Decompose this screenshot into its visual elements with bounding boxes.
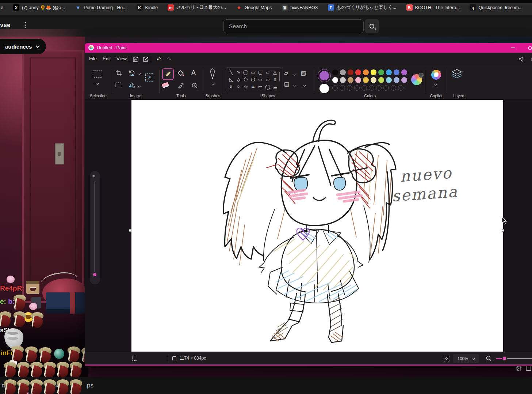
brushes-button[interactable]	[208, 68, 217, 79]
eraser-tool[interactable]	[162, 83, 169, 87]
fit-to-screen-icon[interactable]	[444, 356, 449, 363]
shape-diamond[interactable]: ◇	[235, 76, 242, 83]
account-icon[interactable]	[529, 56, 532, 63]
slider-handle[interactable]	[92, 272, 97, 277]
color-swatch[interactable]	[378, 77, 384, 83]
shape-hexagon[interactable]: ⬡	[249, 76, 257, 83]
color-swatch[interactable]	[401, 77, 407, 83]
shape-star-5[interactable]: ☆	[242, 83, 249, 90]
bookmark-label-fragment[interactable]: e	[1, 5, 3, 10]
color-swatch-empty[interactable]	[332, 85, 338, 91]
shape-pentagon[interactable]: ⬠	[242, 76, 249, 83]
shape-outline-button[interactable]: ▱	[284, 70, 288, 76]
chevron-down-icon[interactable]	[292, 72, 296, 76]
bookmark-item[interactable]: BBOOTH - The Intern...	[406, 4, 460, 11]
shape-curve[interactable]: ∿	[235, 68, 242, 76]
shape-speech-oval[interactable]: ◯	[264, 83, 271, 90]
color-swatch[interactable]	[340, 77, 346, 83]
paint-titlebar[interactable]: Untitled - Paint	[85, 43, 532, 53]
shape-arrow-left[interactable]: ⇦	[264, 76, 271, 83]
fill-tool[interactable]	[177, 70, 184, 77]
color-swatch[interactable]	[394, 69, 399, 75]
shape-star-4[interactable]: ✧	[235, 83, 242, 90]
color-swatch[interactable]	[355, 69, 361, 75]
resize-button[interactable]: ↗	[145, 73, 153, 82]
color-swatch-empty[interactable]	[361, 85, 367, 91]
rotate-button[interactable]	[128, 69, 136, 77]
color-swatch[interactable]	[355, 77, 361, 83]
color-swatch[interactable]	[363, 77, 369, 83]
shape-arrow-up[interactable]: ⇧	[271, 76, 279, 83]
zoom-slider-handle[interactable]	[502, 356, 507, 361]
color-swatch-empty[interactable]	[398, 85, 403, 91]
shape-canvas-button[interactable]: ▤	[284, 81, 289, 87]
bookmark-item[interactable]: mメルカリ - 日本最大の...	[168, 4, 226, 11]
chevron-down-icon[interactable]	[138, 72, 141, 75]
select-all-button[interactable]	[115, 82, 121, 87]
share-button[interactable]	[141, 56, 149, 63]
color-swatch-empty[interactable]	[340, 85, 345, 91]
save-button[interactable]	[131, 56, 139, 63]
feedback-megaphone-icon[interactable]	[518, 56, 526, 63]
color-swatch-empty[interactable]	[391, 85, 396, 91]
color-swatch[interactable]	[394, 77, 399, 83]
bookmark-item[interactable]: ▣pixivFANBOX	[282, 4, 318, 11]
shape-line[interactable]: ╲	[227, 68, 235, 76]
undo-button[interactable]: ↶	[155, 56, 163, 63]
chevron-down-icon[interactable]	[434, 83, 437, 86]
canvas-resize-handle-left[interactable]	[129, 229, 131, 232]
redo-button[interactable]: ↷	[165, 56, 173, 63]
selection-tool-icon[interactable]	[93, 71, 102, 78]
chevron-down-icon[interactable]	[303, 83, 306, 87]
browse-nav-fragment[interactable]: vse	[0, 22, 10, 29]
bookmark-item[interactable]: ◆Google Maps	[236, 4, 272, 11]
bookmark-item[interactable]: X(7) anny 🌻🦊 (@a...	[13, 4, 65, 11]
color2-background-swatch[interactable]	[319, 84, 329, 93]
maximize-button[interactable]	[524, 43, 532, 53]
color-swatch[interactable]	[371, 77, 376, 83]
chevron-down-icon[interactable]	[138, 84, 141, 88]
chevron-down-icon[interactable]	[96, 82, 99, 85]
layers-button[interactable]	[452, 69, 462, 79]
color-swatch[interactable]	[386, 77, 392, 83]
color-swatch[interactable]	[332, 69, 338, 75]
minimize-button[interactable]	[508, 43, 518, 53]
shape-rectangle[interactable]: ▭	[249, 68, 257, 76]
crop-button[interactable]	[115, 70, 122, 76]
copilot-icon[interactable]	[431, 70, 441, 80]
text-tool[interactable]: A	[191, 69, 196, 77]
chevron-down-icon[interactable]	[292, 83, 296, 87]
zoom-level-dropdown[interactable]: 100%	[453, 354, 479, 363]
shape-fill-button[interactable]: ▨	[301, 70, 306, 76]
flip-button[interactable]	[128, 82, 136, 89]
menu-file[interactable]: File	[89, 56, 97, 61]
shape-rounded-rectangle[interactable]: ▢	[257, 68, 264, 76]
pencil-tool-selected[interactable]	[162, 68, 174, 80]
bookmark-item[interactable]: Fものづくりがもっと楽しく...	[328, 4, 397, 11]
bookmark-item[interactable]: KKindle	[137, 4, 158, 11]
color-swatch-empty[interactable]	[347, 85, 352, 91]
color-swatch-empty[interactable]	[354, 85, 360, 91]
canvas-resize-handle-right[interactable]	[502, 229, 504, 232]
zoom-out-icon[interactable]	[486, 355, 492, 363]
color-swatch[interactable]	[340, 69, 346, 75]
color-swatch[interactable]	[386, 69, 392, 75]
chevron-down-icon[interactable]	[211, 82, 215, 86]
shape-oval[interactable]: ◯	[242, 68, 249, 76]
shape-speech-rounded[interactable]: ▭	[257, 83, 264, 90]
color-swatch[interactable]	[332, 77, 338, 83]
color-swatch[interactable]	[401, 69, 407, 75]
shape-right-triangle[interactable]: ◺	[227, 76, 235, 83]
shapes-scrollbar[interactable]	[279, 72, 280, 82]
color-swatch-empty[interactable]	[369, 85, 374, 91]
shape-arrow-right[interactable]: ⇨	[257, 76, 264, 83]
search-input[interactable]	[223, 19, 364, 33]
magnifier-tool[interactable]	[191, 82, 198, 89]
bookmark-item[interactable]: qQuickposes: free im...	[470, 4, 523, 11]
color-picker-tool[interactable]	[177, 82, 184, 89]
paint-canvas[interactable]: nuevo semana	[131, 100, 503, 352]
shape-triangle[interactable]: △	[271, 68, 279, 76]
color-swatch[interactable]	[363, 69, 369, 75]
audiences-dropdown[interactable]: audiences	[0, 39, 46, 54]
menu-edit[interactable]: Edit	[103, 56, 111, 61]
